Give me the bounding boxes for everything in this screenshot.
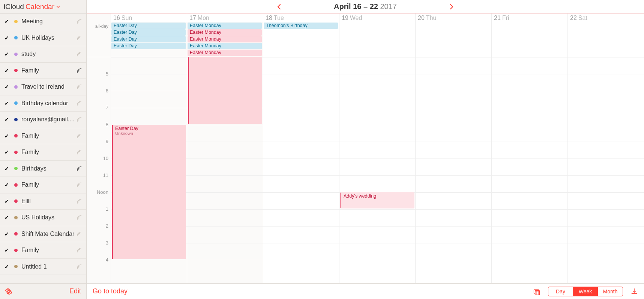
week-view-button[interactable]: Week xyxy=(573,287,598,296)
allday-cell[interactable] xyxy=(492,22,568,57)
sidebar-item[interactable]: ✓Shift Mate Calendar xyxy=(0,226,86,243)
view-segmented-control: Day Week Month xyxy=(548,287,623,296)
download-icon[interactable] xyxy=(630,288,638,295)
checkmark-icon: ✓ xyxy=(5,133,10,139)
allday-event[interactable]: Easter Monday xyxy=(188,23,262,29)
broadcast-icon xyxy=(76,231,83,237)
color-dot xyxy=(14,199,18,203)
timed-event[interactable]: Addy's wedding xyxy=(340,192,414,208)
svg-point-6 xyxy=(77,121,78,122)
day-column[interactable] xyxy=(263,57,339,283)
day-column[interactable] xyxy=(187,57,263,283)
calendar-name: UK Holidays xyxy=(21,35,76,41)
sidebar-item[interactable]: ✓ronyalans@gmail.... xyxy=(0,112,86,128)
date-range-title: April 16 – 22 2017 xyxy=(334,2,397,11)
svg-point-9 xyxy=(77,170,78,171)
allday-row: all-day Easter DayEaster DayEaster DayEa… xyxy=(87,22,644,57)
sidebar-item[interactable]: ✓study xyxy=(0,46,86,63)
calendar-list-icon[interactable] xyxy=(533,288,540,295)
allday-cell[interactable] xyxy=(416,22,492,57)
main-header: April 16 – 22 2017 xyxy=(87,0,644,14)
hour-grid[interactable]: 567891011Noon1234 Easter DayUnknownAddy'… xyxy=(87,57,644,283)
checkmark-icon: ✓ xyxy=(5,116,10,122)
allday-event[interactable]: Easter Day xyxy=(111,23,186,29)
sidebar-item[interactable]: ✓Meeting xyxy=(0,14,86,30)
broadcast-icon xyxy=(76,116,83,123)
calendar-name: Family xyxy=(21,149,76,156)
sidebar-item[interactable]: ✓Family xyxy=(0,128,86,145)
sidebar-item[interactable]: ✓Untitled 1 xyxy=(0,259,86,275)
gear-icon[interactable] xyxy=(5,288,12,295)
sidebar-item[interactable]: ✓Family xyxy=(0,177,86,193)
next-week-button[interactable] xyxy=(448,3,455,11)
allday-cell[interactable] xyxy=(568,22,644,57)
sidebar-item[interactable]: ✓UK Holidays xyxy=(0,30,86,47)
calendar-list: ✓Meeting✓UK Holidays✓study✓Family✓Travel… xyxy=(0,14,86,283)
color-dot xyxy=(14,265,18,268)
go-to-today-button[interactable]: Go to today xyxy=(93,287,128,295)
allday-cell[interactable]: Easter MondayEaster MondayEaster MondayE… xyxy=(187,22,263,57)
sidebar-item[interactable]: ✓US Holidays xyxy=(0,210,86,226)
color-dot xyxy=(14,101,18,105)
color-dot xyxy=(14,232,18,236)
calendar-name: Birthday calendar xyxy=(21,100,76,107)
allday-event[interactable]: Easter Monday xyxy=(188,50,262,56)
day-column[interactable]: Easter DayUnknown xyxy=(111,57,187,283)
color-dot xyxy=(14,183,18,187)
calendar-dropdown[interactable]: Calendar xyxy=(26,3,60,11)
checkmark-icon: ✓ xyxy=(5,166,10,172)
svg-point-13 xyxy=(77,235,78,236)
checkmark-icon: ✓ xyxy=(5,247,10,253)
day-header-row: 16Sun17Mon18Tue19Wed20Thu21Fri22Sat xyxy=(87,14,644,22)
calendar-name: Travel to Ireland xyxy=(21,83,76,90)
calendar-name: Family xyxy=(21,247,76,254)
allday-event[interactable]: Easter Day xyxy=(111,43,186,49)
allday-event[interactable]: Easter Monday xyxy=(188,43,262,49)
allday-event[interactable]: Theomon's Birthday xyxy=(264,23,338,29)
main-footer: Go to today Day Week Month xyxy=(87,283,644,299)
svg-point-11 xyxy=(77,202,78,203)
color-dot xyxy=(14,118,18,121)
main: April 16 – 22 2017 16Sun17Mon18Tue19Wed2… xyxy=(87,0,644,299)
day-view-button[interactable]: Day xyxy=(548,287,573,296)
color-dot xyxy=(14,216,18,219)
allday-cell[interactable] xyxy=(339,22,416,57)
timed-event[interactable] xyxy=(188,57,262,124)
broadcast-icon xyxy=(76,247,83,254)
allday-event[interactable]: Easter Monday xyxy=(188,29,262,36)
sidebar-item[interactable]: ✓Birthday calendar xyxy=(0,95,86,112)
allday-cell[interactable]: Easter DayEaster DayEaster DayEaster Day xyxy=(111,22,187,57)
allday-cell[interactable]: Theomon's Birthday xyxy=(263,22,339,57)
sidebar-item[interactable]: ✓Birthdays xyxy=(0,161,86,177)
day-column[interactable] xyxy=(492,57,568,283)
svg-point-4 xyxy=(77,88,78,89)
color-dot xyxy=(14,167,18,170)
day-column[interactable] xyxy=(416,57,492,283)
broadcast-icon xyxy=(76,165,83,172)
svg-point-15 xyxy=(77,268,78,269)
allday-event[interactable]: Easter Monday xyxy=(188,36,262,42)
day-column[interactable] xyxy=(568,57,644,283)
svg-point-8 xyxy=(77,154,78,154)
event-subtitle: Unknown xyxy=(115,131,184,136)
sidebar-item[interactable]: ✓Family xyxy=(0,63,86,79)
prev-week-button[interactable] xyxy=(275,3,283,11)
edit-button[interactable]: Edit xyxy=(69,287,81,295)
broadcast-icon xyxy=(76,181,83,188)
sidebar-item[interactable]: ✓Travel to Ireland xyxy=(0,79,86,95)
month-view-button[interactable]: Month xyxy=(598,287,623,296)
calendar-name: Family xyxy=(21,181,76,188)
allday-event[interactable]: Easter Day xyxy=(111,29,186,36)
color-dot xyxy=(14,69,18,72)
allday-event[interactable]: Easter Day xyxy=(111,36,186,42)
sidebar-item[interactable]: ✓Family xyxy=(0,242,86,259)
day-header: 16Sun xyxy=(111,14,187,22)
sidebar-item[interactable]: ✓Ellll xyxy=(0,193,86,210)
checkmark-icon: ✓ xyxy=(5,231,10,237)
day-column[interactable]: Addy's wedding xyxy=(339,57,416,283)
broadcast-icon xyxy=(76,100,83,107)
calendar-name: ronyalans@gmail.... xyxy=(21,116,76,123)
timed-event[interactable]: Easter DayUnknown xyxy=(112,125,186,259)
sidebar-header[interactable]: iCloud Calendar xyxy=(0,0,86,14)
sidebar-item[interactable]: ✓Family xyxy=(0,144,86,161)
